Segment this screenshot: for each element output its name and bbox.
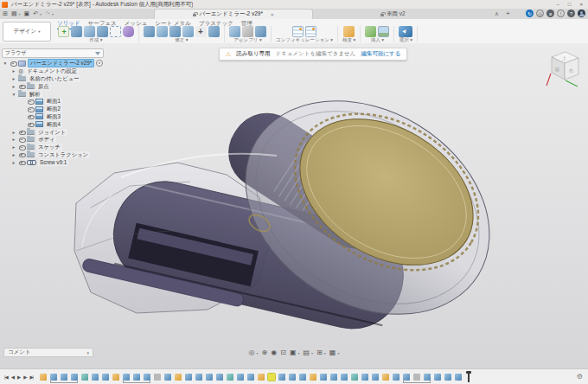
ribbon-group-label-2[interactable]: 修正 ▾ — [175, 38, 188, 42]
browser-item[interactable]: ▸Screw v9:1 — [2, 158, 104, 166]
recent-activity-icon[interactable]: ◷ — [536, 10, 544, 17]
play-button[interactable]: ▶ — [17, 374, 20, 380]
document-tab-active[interactable]: バーエンドミラー-2 v29* × — [154, 9, 313, 19]
pan-icon[interactable]: ⊕ — [262, 349, 268, 357]
go-to-start-button[interactable]: |◀ — [4, 374, 8, 380]
timeline-feature-11[interactable] — [144, 374, 150, 381]
visibility-eye-icon[interactable] — [18, 144, 25, 150]
timeline-feature-13[interactable] — [164, 374, 171, 381]
timeline-feature-31[interactable] — [351, 374, 358, 381]
tree-arrow-icon[interactable]: ▸ — [11, 76, 16, 81]
visibility-eye-icon[interactable] — [27, 121, 34, 127]
rigid-group-icon[interactable] — [255, 26, 266, 37]
app-launcher-icon[interactable]: ⊞ — [3, 10, 8, 17]
browser-item[interactable]: ▸コンストラクション — [2, 151, 104, 159]
display-settings-icon[interactable]: ▤ — [304, 349, 310, 357]
enable-editing-link[interactable]: 編集可能にする — [361, 50, 400, 58]
document-tab-secondary[interactable]: 車両 v2 — [380, 9, 406, 19]
step-forward-button[interactable]: ▶ — [23, 374, 26, 380]
browser-item[interactable]: 断面4 — [2, 120, 104, 128]
tree-arrow-icon[interactable]: ▸ — [11, 68, 16, 74]
move-icon[interactable] — [195, 26, 207, 37]
help-icon[interactable]: ? — [567, 10, 575, 17]
visibility-eye-icon[interactable] — [18, 151, 25, 157]
timeline-feature-5[interactable] — [81, 374, 88, 381]
fit-icon[interactable]: ⊡ — [280, 349, 286, 357]
pattern-icon[interactable] — [110, 26, 121, 37]
measure-icon[interactable] — [343, 26, 355, 37]
zoom-icon[interactable]: ◉ — [271, 349, 277, 357]
create-sketch-icon[interactable] — [58, 26, 69, 37]
zoom-window-icon[interactable]: ▣ — [290, 349, 297, 357]
timeline-feature-39[interactable] — [434, 374, 441, 381]
visibility-eye-icon[interactable] — [18, 159, 25, 165]
timeline-feature-36[interactable] — [403, 374, 410, 381]
tree-arrow-icon[interactable]: ▾ — [3, 61, 8, 66]
tree-arrow-icon[interactable]: ▾ — [11, 92, 16, 97]
ribbon-group-label-1[interactable]: 作成 ▾ — [89, 38, 102, 42]
cylinder-icon[interactable] — [84, 26, 95, 37]
timeline-feature-7[interactable] — [102, 374, 109, 381]
timeline-feature-1[interactable] — [40, 374, 47, 381]
expand-icon[interactable]: ▾ — [86, 350, 89, 355]
save-icon[interactable]: ▣ — [24, 10, 30, 17]
timeline-feature-2[interactable] — [50, 374, 57, 381]
timeline-feature-34[interactable] — [382, 374, 389, 381]
ribbon-group-label-4[interactable]: コンフィギュレーション ▾ — [276, 38, 333, 42]
viewports-icon[interactable]: ▦ — [329, 349, 336, 357]
visibility-eye-icon[interactable] — [18, 137, 25, 143]
timeline-feature-22[interactable] — [258, 374, 265, 381]
select-icon[interactable] — [399, 26, 412, 37]
box-icon[interactable] — [71, 26, 82, 37]
timeline-feature-17[interactable] — [206, 374, 213, 381]
browser-item[interactable]: 断面1 — [2, 98, 104, 106]
timeline-feature-10[interactable] — [133, 374, 140, 381]
visibility-eye-icon[interactable] — [18, 129, 25, 135]
profile-avatar[interactable] — [578, 10, 585, 17]
browser-item[interactable]: ▸スケッチ — [2, 144, 104, 151]
form-icon[interactable] — [123, 26, 134, 37]
fillet-icon[interactable] — [157, 26, 168, 37]
browser-item[interactable]: ▸ボディ — [2, 136, 104, 144]
filter-icon[interactable] — [95, 52, 100, 55]
timeline-feature-18[interactable] — [216, 374, 223, 381]
file-menu-icon[interactable]: ▤ — [11, 10, 17, 17]
ribbon-group-label-7[interactable]: 選択 ▾ — [399, 38, 412, 42]
extensions-icon[interactable]: ≡ — [546, 10, 554, 17]
tree-arrow-icon[interactable]: ▸ — [11, 84, 16, 89]
timeline-feature-3[interactable] — [61, 374, 67, 381]
browser-item[interactable]: ▸原点 — [2, 82, 104, 90]
combine-icon[interactable] — [182, 26, 194, 37]
grid-snap-icon[interactable]: ⊞ — [316, 349, 323, 357]
timeline-feature-40[interactable] — [444, 374, 451, 381]
notifications-icon[interactable]: ! — [557, 10, 565, 17]
close-button[interactable]: × — [579, 2, 583, 7]
redo-icon[interactable]: ↷ — [45, 10, 50, 17]
browser-item[interactable]: 断面3 — [2, 113, 104, 121]
timeline-feature-4[interactable] — [71, 374, 78, 381]
ribbon-group-label-5[interactable]: 検査 ▾ — [342, 38, 355, 42]
timeline-feature-15[interactable] — [185, 374, 192, 381]
shell-icon[interactable] — [169, 26, 181, 37]
timeline-feature-27[interactable] — [310, 374, 316, 381]
tree-arrow-icon[interactable]: ▸ — [11, 137, 16, 142]
timeline-settings-gear-icon[interactable]: ⚙ — [577, 373, 583, 381]
undo-icon[interactable]: ↶ — [33, 10, 38, 17]
timeline-feature-23[interactable] — [268, 374, 275, 381]
tab-list-chevron-icon[interactable]: ∧ — [495, 10, 499, 17]
orbit-icon[interactable]: ◎ — [249, 349, 255, 357]
joint-icon[interactable] — [242, 26, 253, 37]
timeline-feature-14[interactable] — [175, 374, 182, 381]
browser-item[interactable]: ▸名前の付いたビュー — [2, 75, 104, 83]
timeline-feature-19[interactable] — [227, 374, 233, 381]
timeline-feature-35[interactable] — [393, 374, 399, 381]
insert-derive-icon[interactable] — [365, 26, 376, 37]
press-pull-icon[interactable] — [144, 26, 155, 37]
timeline-feature-38[interactable] — [424, 374, 431, 381]
split-body-icon[interactable] — [208, 26, 220, 37]
timeline-feature-28[interactable] — [320, 374, 327, 381]
timeline-feature-21[interactable] — [247, 374, 254, 381]
timeline-feature-12[interactable] — [154, 374, 161, 381]
timeline-feature-30[interactable] — [341, 374, 348, 381]
browser-item[interactable]: ▸⚙ドキュメントの設定 — [2, 67, 104, 75]
